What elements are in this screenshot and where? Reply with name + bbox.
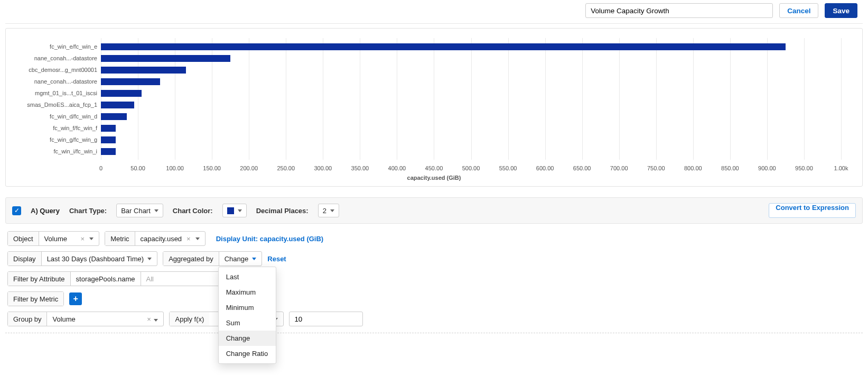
cancel-button[interactable]: Cancel <box>779 3 818 18</box>
object-selector[interactable]: Object Volume × <box>7 231 99 246</box>
x-tick-label: 800.00 <box>684 165 702 171</box>
x-tick-label: 1.00k <box>834 165 848 171</box>
save-button[interactable]: Save <box>825 3 857 18</box>
group-by-value: Volume <box>52 315 75 323</box>
chevron-down-icon <box>147 258 152 260</box>
y-category-label: smas_DmoES...aica_fcp_1 <box>16 102 101 108</box>
header-bar: Cancel Save <box>5 0 863 23</box>
x-tick-label: 350.00 <box>351 165 369 171</box>
x-tick-label: 600.00 <box>536 165 554 171</box>
chart-bar-row: smas_DmoES...aica_fcp_1 <box>101 99 841 111</box>
convert-to-expression-button[interactable]: Convert to Expression <box>769 203 856 218</box>
y-category-label: mgmt_01_is...t_01_iscsi <box>16 90 101 96</box>
query-row-label: A) Query <box>31 207 60 215</box>
filter-attribute-field: storagePools.name <box>71 272 141 286</box>
x-tick-label: 950.00 <box>795 165 813 171</box>
x-tick-label: 400.00 <box>388 165 406 171</box>
filter-metric-label: Filter by Metric <box>8 292 63 306</box>
chart-bar <box>101 55 230 62</box>
divider <box>5 23 863 24</box>
dropdown-item[interactable]: Last <box>219 269 276 285</box>
chart-type-label: Chart Type: <box>69 207 107 215</box>
chart-panel: 050.00100.00150.00200.00250.00300.00350.… <box>5 28 863 187</box>
clear-icon[interactable]: × <box>146 315 152 323</box>
y-category-label: cbc_demosr...g_mnt00001 <box>16 67 101 73</box>
x-tick-label: 500.00 <box>462 165 480 171</box>
display-range-selector[interactable]: Display Last 30 Days (Dashboard Time) <box>7 251 157 266</box>
group-by-selector[interactable]: Group by Volume × <box>7 312 164 326</box>
aggregated-by-dropdown: LastMaximumMinimumSumChangeChange Ratio <box>218 267 276 364</box>
chart-type-select[interactable]: Bar Chart <box>116 204 163 217</box>
chevron-down-icon <box>330 209 334 212</box>
limit-input[interactable] <box>289 312 363 326</box>
filter-metric-row: Filter by Metric <box>7 291 64 306</box>
y-category-label: fc_win_f/fc_win_f <box>16 125 101 131</box>
chart-bar <box>101 90 142 97</box>
chart-bar <box>101 125 116 132</box>
dropdown-item[interactable]: Change <box>219 331 276 346</box>
chevron-down-icon <box>252 258 256 260</box>
metric-label: Metric <box>105 232 135 245</box>
chart-bar <box>101 102 134 108</box>
x-tick-label: 250.00 <box>277 165 295 171</box>
clear-icon[interactable]: × <box>80 235 86 243</box>
chart-bar <box>101 136 116 143</box>
dropdown-item[interactable]: Change Ratio <box>219 346 276 361</box>
reset-link[interactable]: Reset <box>267 255 286 263</box>
chevron-down-icon <box>154 209 158 212</box>
decimal-places-select[interactable]: 2 <box>318 204 339 217</box>
chart-type-value: Bar Chart <box>121 207 151 215</box>
dashed-divider <box>5 333 863 333</box>
chevron-down-icon <box>238 209 242 212</box>
widget-title-input[interactable] <box>585 3 773 18</box>
chart-bar <box>101 67 186 74</box>
chevron-down-icon <box>89 237 94 240</box>
query-enabled-checkbox[interactable]: ✓ <box>12 206 21 215</box>
aggregated-by-value: Change <box>225 255 249 263</box>
x-tick-label: 450.00 <box>425 165 443 171</box>
chart-bar-row: nane_conah...-datastore <box>101 52 841 64</box>
dropdown-item[interactable]: Minimum <box>219 300 276 315</box>
decimal-places-value: 2 <box>323 207 326 215</box>
y-category-label: nane_conah...-datastore <box>16 78 101 85</box>
chart-plot-area: 050.00100.00150.00200.00250.00300.00350.… <box>101 38 841 160</box>
display-unit-link[interactable]: Display Unit: capacity.used (GiB) <box>216 235 323 243</box>
add-filter-metric-button[interactable]: + <box>69 292 82 305</box>
aggregated-by-selector[interactable]: Aggregated by Change <box>163 251 262 266</box>
decimal-places-label: Decimal Places: <box>256 207 309 215</box>
group-by-label: Group by <box>8 312 47 326</box>
chart-bar-row: fc_win_f/fc_win_f <box>101 122 841 134</box>
clear-icon[interactable]: × <box>185 235 192 243</box>
dropdown-item[interactable]: Maximum <box>219 285 276 300</box>
display-value: Last 30 Days (Dashboard Time) <box>47 255 144 263</box>
aggregated-by-label: Aggregated by <box>163 252 219 266</box>
query-controls: Object Volume × Metric capacity.used × D… <box>5 231 863 326</box>
chevron-down-icon <box>195 237 200 240</box>
chart-color-select[interactable] <box>222 204 247 217</box>
x-tick-label: 550.00 <box>499 165 517 171</box>
x-tick-label: 750.00 <box>647 165 665 171</box>
x-tick-label: 0 <box>99 165 102 171</box>
x-tick-label: 850.00 <box>721 165 739 171</box>
x-tick-label: 50.00 <box>130 165 145 171</box>
filter-attribute-selector[interactable]: Filter by Attribute storagePools.name Al… <box>7 271 252 286</box>
chart-color-label: Chart Color: <box>173 207 213 215</box>
x-tick-label: 900.00 <box>758 165 776 171</box>
y-category-label: fc_win_d/fc_win_d <box>16 113 101 120</box>
apply-fx-label: Apply f(x) <box>170 312 209 326</box>
chart-bar <box>101 78 160 85</box>
y-category-label: fc_win_g/fc_win_g <box>16 136 101 143</box>
color-swatch-icon <box>227 207 234 214</box>
dropdown-item[interactable]: Sum <box>219 315 276 331</box>
chart-bar-row: mgmt_01_is...t_01_iscsi <box>101 87 841 99</box>
y-category-label: fc_win_e/fc_win_e <box>16 43 101 50</box>
chart-bar <box>101 43 786 50</box>
metric-selector[interactable]: Metric capacity.used × <box>105 231 206 246</box>
chart-bar-row: cbc_demosr...g_mnt00001 <box>101 64 841 76</box>
chevron-down-icon <box>154 319 158 322</box>
y-category-label: nane_conah...-datastore <box>16 55 101 61</box>
grid-line <box>841 38 842 160</box>
chart-bar-row: fc_win_d/fc_win_d <box>101 111 841 122</box>
object-label: Object <box>8 232 39 245</box>
metric-value: capacity.used <box>141 235 182 243</box>
